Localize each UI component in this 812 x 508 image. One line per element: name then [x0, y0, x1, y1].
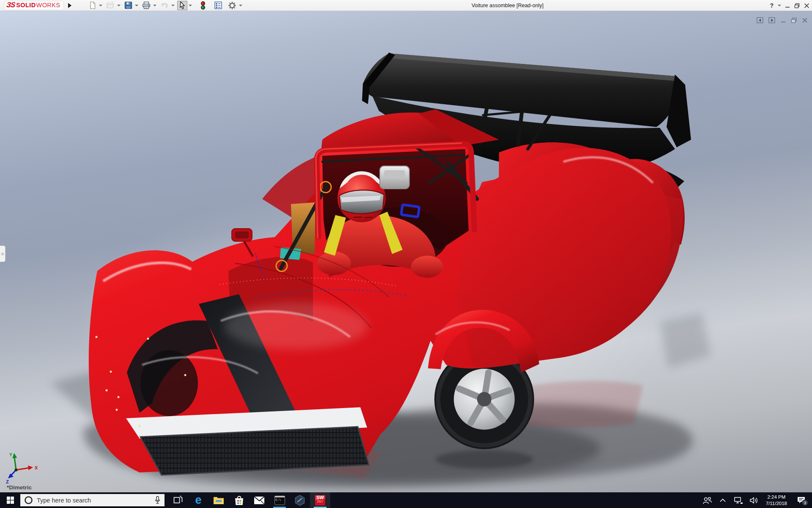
ground-shadow	[51, 343, 693, 488]
view-orientation-label: *Dimetric	[7, 484, 32, 491]
options-button[interactable]	[227, 1, 238, 10]
print-button[interactable]	[141, 1, 152, 10]
model-render	[0, 0, 812, 508]
taskbar-app-mail[interactable]	[249, 492, 269, 508]
undo-button[interactable]	[159, 1, 170, 10]
taskbar-app-hexagon[interactable]	[290, 492, 310, 508]
undo-icon	[160, 1, 169, 9]
properties-list-icon	[214, 1, 222, 9]
close-button[interactable]	[804, 3, 809, 8]
floor-reflection	[199, 313, 710, 478]
solidworks-logo-glyph: ЗS	[6, 1, 15, 9]
action-center-button[interactable]: 3	[793, 492, 809, 508]
search-input[interactable]	[37, 497, 151, 504]
restore-button[interactable]	[794, 3, 800, 8]
taskbar-search[interactable]	[20, 494, 165, 506]
save-dropdown[interactable]	[135, 5, 138, 6]
front-right-wheel	[434, 349, 534, 449]
taskbar-app-solidworks[interactable]: SW 2017	[310, 492, 330, 508]
chevron-up-icon	[720, 498, 726, 502]
windshield-hoop	[317, 144, 475, 239]
driver-helmet	[337, 174, 386, 222]
taskbar-app-store[interactable]	[229, 492, 249, 508]
hoop-highlight	[316, 143, 462, 238]
rear-wing-lower	[372, 96, 684, 188]
start-button[interactable]	[0, 492, 20, 508]
open-button[interactable]	[105, 1, 116, 10]
triad-z-label: Z	[6, 479, 9, 484]
select-button[interactable]	[177, 1, 187, 10]
triad-y-label: Y	[9, 453, 12, 457]
taskbar-app-file-explorer[interactable]	[208, 492, 229, 508]
close-document-button[interactable]	[802, 17, 808, 23]
people-button[interactable]	[701, 492, 713, 508]
window-title: Voiture assomblee [Read-only]	[440, 0, 575, 11]
select-dropdown[interactable]	[189, 5, 192, 6]
tray-overflow-button[interactable]	[716, 492, 729, 508]
minimize-button[interactable]	[785, 3, 790, 8]
rear-bodywork	[383, 113, 685, 366]
help-dropdown[interactable]	[778, 5, 781, 6]
select-arrow-icon	[179, 1, 186, 9]
desktop: ЗS SOLID WORKS	[0, 0, 812, 508]
menu-flyout-arrow-icon[interactable]	[68, 3, 71, 8]
system-tray: 2:24 PM 7/11/2018 3	[701, 492, 812, 508]
undo-dropdown[interactable]	[171, 5, 175, 6]
document-window-controls	[757, 17, 808, 24]
tab-handle-icon	[1, 253, 4, 255]
solidworks-logo: ЗS SOLID WORKS	[4, 1, 64, 10]
clock-date: 7/11/2018	[766, 500, 787, 507]
properties-button[interactable]	[213, 1, 224, 10]
help-button[interactable]: ?	[769, 2, 774, 9]
microphone-icon[interactable]	[154, 496, 161, 505]
new-document-button[interactable]	[88, 1, 98, 10]
clock-time: 2:24 PM	[766, 494, 787, 500]
network-button[interactable]	[732, 492, 745, 508]
front-details	[126, 294, 369, 475]
rear-right-wheel	[602, 198, 675, 271]
save-button[interactable]	[123, 1, 134, 10]
task-view-button[interactable]	[168, 492, 188, 508]
selection-filter-button[interactable]	[198, 1, 208, 10]
solidworks-logo-works: WORKS	[36, 2, 60, 8]
people-icon	[702, 497, 712, 504]
next-pane-button[interactable]	[768, 17, 776, 24]
notification-badge: 3	[802, 500, 808, 506]
store-icon	[234, 495, 244, 505]
side-mirror	[232, 229, 253, 257]
cortana-icon	[24, 496, 33, 505]
volume-button[interactable]	[748, 492, 760, 508]
feature-manager-collapsed-tab[interactable]	[0, 246, 5, 262]
solidworks-app-year: 2017	[310, 500, 330, 503]
taskbar-clock[interactable]: 2:24 PM 7/11/2018	[763, 494, 790, 507]
traffic-light-icon	[200, 1, 206, 10]
title-bar: ЗS SOLID WORKS	[0, 0, 812, 11]
previous-pane-button[interactable]	[757, 17, 764, 24]
driver	[317, 171, 443, 278]
sketch-highlight-circle	[320, 182, 331, 193]
options-dropdown[interactable]	[239, 5, 242, 6]
orientation-triad: Y X Z	[5, 452, 41, 486]
restore-document-button[interactable]	[791, 17, 797, 23]
file-explorer-icon	[213, 496, 224, 505]
rivets	[96, 336, 187, 427]
graphics-area[interactable]: Y X Z *Dimetric	[0, 11, 812, 492]
minimize-document-button[interactable]	[780, 17, 786, 23]
solidworks-app-label: SW	[310, 495, 330, 500]
triad-x-label: X	[35, 465, 38, 470]
taskbar: e	[0, 492, 812, 508]
command-prompt-glyph: C:\	[275, 498, 281, 502]
car-body	[89, 109, 671, 472]
network-icon	[734, 497, 743, 504]
new-document-dropdown[interactable]	[99, 5, 102, 6]
print-dropdown[interactable]	[153, 5, 156, 6]
taskbar-app-edge[interactable]: e	[188, 492, 208, 508]
surface-details	[103, 157, 653, 373]
standard-toolbar	[88, 1, 244, 10]
print-icon	[142, 1, 151, 9]
gear-icon	[228, 1, 236, 10]
window-controls: ?	[769, 0, 809, 11]
task-view-icon	[173, 496, 183, 505]
open-dropdown[interactable]	[117, 5, 121, 6]
taskbar-app-command-prompt[interactable]: C:\	[269, 492, 290, 508]
